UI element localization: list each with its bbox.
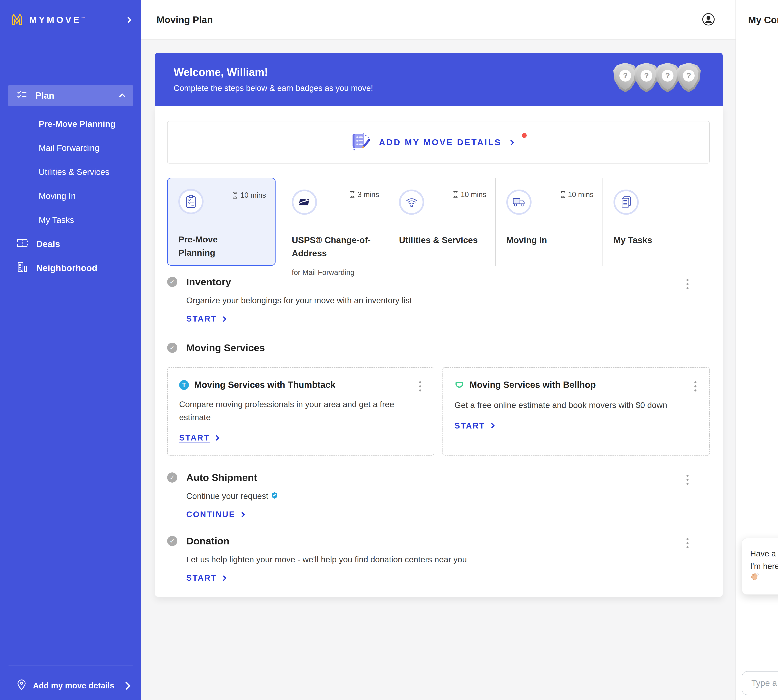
step-title: USPS® Change-of-Address	[292, 233, 375, 260]
sidebar-item-moving-in[interactable]: Moving In	[38, 184, 133, 208]
truck-icon	[506, 190, 531, 215]
location-pin-icon	[17, 680, 26, 692]
inventory-start-button[interactable]: START	[186, 314, 226, 323]
task-title: Donation	[186, 535, 229, 547]
kebab-menu-icon[interactable]	[685, 278, 690, 290]
hourglass-icon	[560, 191, 565, 198]
step-card-my-tasks[interactable]: My Tasks	[603, 178, 710, 266]
usps-logo-icon	[292, 190, 317, 215]
sidebar-item-label: Plan	[35, 90, 54, 101]
task-description: Let us help lighten your move - we'll he…	[186, 555, 710, 564]
step-card-utilities-services[interactable]: 10 mins Utilities & Services	[388, 178, 495, 266]
check-circle-icon: ✓	[167, 277, 177, 287]
task-block-inventory: ✓ Inventory Organize your belongings for…	[167, 276, 710, 323]
wifi-icon	[399, 190, 424, 215]
sidebar-item-label: Neighborhood	[36, 263, 97, 273]
add-my-move-details-button[interactable]: ADD MY MOVE DETAILS	[167, 121, 710, 163]
step-subtitle: for Mail Forwarding	[292, 268, 382, 277]
right-panel-title[interactable]: My Cor	[736, 0, 778, 40]
task-description: Organize your belongings for your move w…	[186, 296, 710, 305]
bellhop-start-button[interactable]: START	[455, 421, 494, 430]
kebab-menu-icon[interactable]	[418, 380, 422, 393]
chat-greeting-bubble[interactable]: Have a I'm here	[741, 538, 778, 595]
chevron-right-icon	[239, 512, 245, 517]
chevron-right-icon	[221, 575, 227, 581]
bellhop-logo-icon	[455, 380, 464, 391]
sidebar-item-my-tasks[interactable]: My Tasks	[38, 208, 133, 232]
donation-start-button[interactable]: START	[186, 573, 226, 582]
hourglass-icon	[350, 191, 355, 198]
add-move-details-footer-button[interactable]: Add my move details	[0, 671, 141, 700]
kebab-menu-icon[interactable]	[685, 473, 690, 486]
check-circle-icon: ✓	[167, 472, 177, 483]
sidebar-collapse-icon[interactable]	[125, 17, 132, 23]
task-description: Continue your request	[186, 491, 268, 501]
profile-icon[interactable]	[702, 13, 715, 27]
task-title: Inventory	[186, 276, 231, 288]
task-block-moving-services: ✓ Moving Services T Moving Services with…	[167, 342, 710, 455]
card-description: Get a free online estimate and book move…	[455, 399, 670, 412]
sidebar-item-label: Deals	[36, 239, 60, 249]
buildings-icon	[17, 262, 28, 275]
badge-shield-icon: ?	[677, 63, 701, 92]
sidebar-item-deals[interactable]: Deals	[8, 232, 133, 256]
time-estimate: 10 mins	[453, 190, 486, 199]
hourglass-icon	[453, 191, 458, 198]
clipboard-icon	[178, 189, 203, 214]
chevron-up-icon[interactable]	[119, 93, 125, 100]
task-block-auto-shipment: ✓ Auto Shipment Continue your request CO…	[167, 472, 710, 519]
chevron-right-icon	[214, 435, 220, 440]
auto-shipment-partner-logo-icon	[272, 491, 278, 501]
trademark: ™	[82, 17, 87, 20]
sidebar: MYMOVE™ Plan Pre-Move Planning Mail Forw…	[0, 0, 141, 700]
checklist-icon	[17, 90, 27, 102]
moving-services-thumbtack-card: T Moving Services with Thumbtack Compare…	[167, 367, 434, 455]
moving-services-bellhop-card: Moving Services with Bellhop Get a free …	[443, 367, 710, 455]
step-card-pre-move-planning[interactable]: 10 mins Pre-Move Planning	[167, 178, 275, 266]
add-my-move-details-label: ADD MY MOVE DETAILS	[379, 137, 501, 147]
sidebar-item-plan[interactable]: Plan	[8, 85, 133, 107]
step-card-moving-in[interactable]: 10 mins Moving In	[495, 178, 603, 266]
chevron-right-icon	[122, 681, 130, 690]
steps-row: 10 mins Pre-Move Planning 3 mins USPS® C…	[167, 178, 710, 266]
step-card-usps-change-of-address[interactable]: 3 mins USPS® Change-of-Address for Mail …	[281, 178, 388, 266]
sidebar-item-mail-forwarding[interactable]: Mail Forwarding	[38, 136, 133, 160]
badge-row: ? ? ? ?	[616, 63, 701, 92]
check-circle-icon: ✓	[167, 343, 177, 353]
sidebar-item-utilities-services[interactable]: Utilities & Services	[38, 160, 133, 184]
plan-card: ADD MY MOVE DETAILS 10 mins Pre-Move Pla…	[155, 106, 723, 597]
chat-greeting-line2: I'm here	[750, 560, 778, 572]
auto-shipment-continue-button[interactable]: CONTINUE	[186, 510, 244, 519]
step-title: Pre-Move Planning	[178, 233, 243, 259]
documents-icon	[613, 190, 639, 215]
page-title: Moving Plan	[157, 14, 213, 25]
time-estimate: 3 mins	[350, 190, 379, 199]
divider	[8, 665, 133, 665]
right-panel: My Cor Have a I'm here	[735, 0, 778, 700]
move-details-illustration-icon	[350, 132, 372, 153]
task-block-donation: ✓ Donation Let us help lighten your move…	[167, 535, 710, 582]
card-description: Compare moving professionals in your are…	[179, 398, 395, 424]
time-estimate: 10 mins	[560, 190, 593, 199]
chat-message-input[interactable]	[741, 671, 778, 695]
brand-logo[interactable]: MYMOVE™	[0, 0, 141, 40]
hourglass-icon	[233, 192, 238, 199]
kebab-menu-icon[interactable]	[685, 537, 690, 550]
plan-subnav: Pre-Move Planning Mail Forwarding Utilit…	[8, 107, 133, 232]
chevron-right-icon	[489, 423, 495, 428]
step-title: Moving In	[506, 233, 592, 247]
thumbtack-start-button[interactable]: START	[179, 433, 218, 442]
thumbtack-logo-icon: T	[179, 380, 189, 390]
kebab-menu-icon[interactable]	[693, 380, 698, 393]
badge-shield-icon: ?	[635, 63, 658, 92]
sidebar-item-pre-move-planning[interactable]: Pre-Move Planning	[38, 112, 133, 136]
chevron-right-icon	[221, 316, 227, 322]
check-circle-icon: ✓	[167, 536, 177, 546]
badge-shield-icon: ?	[613, 63, 637, 92]
step-title: Utilities & Services	[399, 233, 489, 247]
main-content: Welcome, William! Complete the steps bel…	[141, 40, 735, 700]
waving-hand-emoji	[750, 572, 778, 585]
ticket-icon	[17, 238, 28, 250]
sidebar-item-neighborhood[interactable]: Neighborhood	[8, 256, 133, 280]
task-title: Auto Shipment	[186, 472, 257, 483]
